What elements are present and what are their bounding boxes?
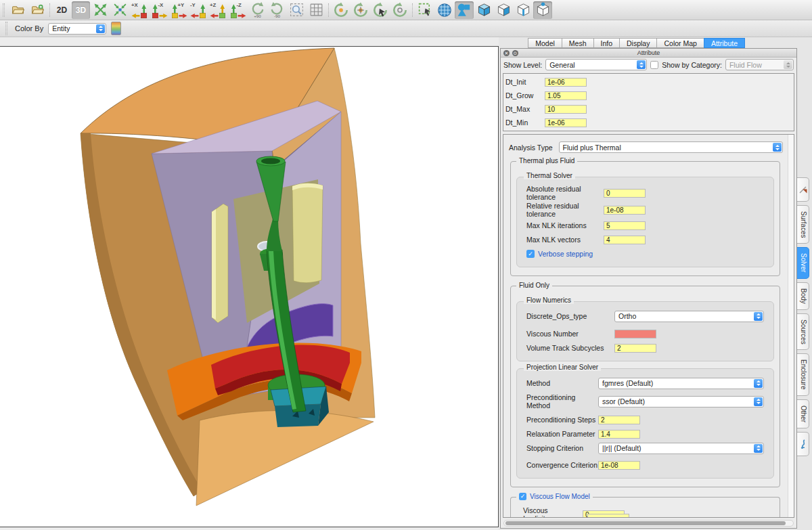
tab-color-map[interactable]: Color Map	[656, 38, 704, 48]
tab-display[interactable]: Display	[619, 38, 657, 48]
cube-face-button[interactable]	[494, 1, 513, 19]
svg-text:+Y: +Y	[177, 2, 185, 8]
colormap-swatch-button[interactable]	[111, 22, 121, 35]
show-by-category-select[interactable]: Fluid Flow	[725, 59, 794, 70]
view-minus-y-button[interactable]: -Y	[189, 1, 208, 19]
rotate-axis-button[interactable]	[390, 1, 409, 19]
verbose-stepping-checkbox[interactable]: ✓	[526, 250, 535, 258]
axis-minus-x-icon: -X	[150, 1, 168, 18]
select-region-button[interactable]	[415, 1, 434, 19]
rotate-center-button[interactable]	[351, 1, 370, 19]
show-by-category-checkbox[interactable]	[650, 61, 658, 69]
grid-button[interactable]	[307, 1, 325, 19]
float-icon[interactable]: ⊙	[512, 50, 518, 56]
import-folder-button[interactable]	[28, 1, 47, 19]
view-plus-z-button[interactable]: +Z	[208, 1, 227, 19]
axis-minus-z-icon: -Z	[229, 1, 247, 18]
precond-steps-field[interactable]: 2	[598, 416, 640, 424]
tab-info[interactable]: Info	[593, 38, 621, 48]
colorby-value: Entity	[52, 24, 70, 32]
cube-vertex-button[interactable]	[533, 1, 552, 19]
side-tab-tools[interactable]	[797, 177, 809, 202]
projection-method-select[interactable]: fgmres (Default)	[598, 378, 764, 389]
viscous-flow-legend-row: ✓ Viscous Flow Model	[516, 493, 593, 500]
colorby-select[interactable]: Entity	[48, 23, 106, 35]
horizontal-scrollbar[interactable]	[503, 520, 794, 527]
stepper-icon	[773, 143, 782, 152]
field-row: Max NLK iterations 5	[517, 219, 773, 232]
rotate-cw-90-button[interactable]: +90	[248, 1, 267, 19]
tab-attribute[interactable]: Attribute	[704, 38, 745, 48]
tab-mesh[interactable]: Mesh	[562, 38, 594, 48]
side-tab-solver[interactable]: Solver	[797, 247, 809, 278]
view-plus-y-button[interactable]: +Y	[169, 1, 188, 19]
field-row: Relaxation Parameter 1.4	[517, 427, 773, 441]
side-tab-sources[interactable]: Sources	[797, 313, 809, 351]
close-icon[interactable]: ✕	[503, 50, 510, 56]
side-tab-script[interactable]	[797, 432, 809, 456]
dt-grow-field[interactable]: 1.05	[545, 91, 587, 100]
view-3d-button[interactable]: 3D	[72, 1, 90, 19]
view-minus-x-button[interactable]: -X	[150, 1, 168, 19]
rotate-free-button[interactable]	[332, 1, 351, 19]
field-row: Dt_Max 10	[503, 102, 794, 116]
side-tab-body[interactable]: Body	[797, 282, 809, 310]
viscous-number-field[interactable]	[614, 330, 656, 338]
side-tab-other[interactable]: Other	[797, 399, 809, 428]
timestep-box: Dt_Init 1e-06 Dt_Grow 1.05 Dt_Max 10 Dt_…	[503, 73, 794, 131]
side-tab-enclosure[interactable]: Enclosure	[797, 353, 809, 395]
stepper-icon	[637, 60, 646, 69]
viewport-canvas[interactable]	[0, 46, 499, 527]
primitives-icon	[456, 2, 472, 18]
stopping-criterion-select[interactable]: ||r|| (Default)	[598, 443, 764, 454]
cube-shaded-button[interactable]	[474, 1, 493, 19]
open-folder-button[interactable]	[8, 1, 27, 19]
relaxation-field[interactable]: 1.4	[598, 430, 640, 439]
projection-precond-label: Preconditioning Method	[526, 393, 598, 410]
analysis-type-row: Analysis Type Fluid plus Thermal	[509, 141, 783, 153]
primitives-button[interactable]	[455, 1, 474, 19]
field-row: Stopping Criterion ||r|| (Default)	[517, 441, 773, 455]
view-2d-button[interactable]: 2D	[53, 1, 71, 19]
viewport-3d[interactable]	[0, 37, 499, 530]
dt-max-field[interactable]: 10	[545, 105, 587, 114]
max-nlk-vectors-label: Max NLK vectors	[526, 236, 604, 244]
rel-residual-field[interactable]: 1e-08	[604, 206, 646, 215]
attribute-scroll-area[interactable]: Analysis Type Fluid plus Thermal Thermal…	[503, 134, 794, 518]
convergence-field[interactable]: 1e-08	[598, 461, 640, 470]
view-minus-z-button[interactable]: -Z	[228, 1, 247, 19]
show-by-category-label: Show by Category:	[662, 61, 722, 69]
horizontal-scrollbar-thumb[interactable]	[505, 521, 786, 525]
panel-tabs: Model Mesh Info Display Color Map Attrib…	[499, 37, 812, 48]
mesh-sphere-button[interactable]	[435, 1, 454, 19]
tab-model[interactable]: Model	[528, 38, 562, 48]
dt-init-field[interactable]: 1e-06	[545, 78, 587, 87]
zoom-fit-button[interactable]	[110, 1, 129, 19]
rotate-axis-icon	[392, 2, 408, 18]
discrete-ops-select[interactable]: Ortho	[614, 311, 764, 322]
fluid-only-legend: Fluid Only	[516, 282, 552, 289]
zoom-extents-button[interactable]	[91, 1, 110, 19]
rotate-pick-button[interactable]	[371, 1, 390, 19]
abs-residual-field[interactable]: 0	[604, 189, 646, 198]
rotate-ccw-90-button[interactable]: -90	[267, 1, 286, 19]
show-level-select[interactable]: General	[545, 59, 647, 70]
side-tab-surfaces[interactable]: Surfaces	[797, 205, 809, 244]
cube-edge-icon	[516, 2, 531, 18]
volume-track-field[interactable]: 2	[614, 344, 656, 353]
field-row: Dt_Init 1e-06	[503, 75, 794, 89]
max-nlk-iterations-field[interactable]: 5	[604, 221, 646, 230]
viscous-flow-checkbox[interactable]: ✓	[519, 493, 526, 500]
field-row: Preconditioning Steps 2	[517, 413, 773, 426]
projection-precond-select[interactable]: ssor (Default)	[598, 396, 764, 407]
analysis-type-select[interactable]: Fluid plus Thermal	[559, 141, 783, 153]
vertical-scrollbar[interactable]	[788, 135, 794, 517]
cube-edge-button[interactable]	[514, 1, 533, 19]
dt-min-field[interactable]: 1e-06	[545, 118, 587, 127]
analysis-type-value: Fluid plus Thermal	[563, 143, 621, 152]
projection-precond-value: ssor (Default)	[602, 397, 645, 405]
zoom-region-button[interactable]	[287, 1, 306, 19]
thermal-plus-fluid-group: Thermal plus Fluid Thermal Solver Absolu…	[510, 161, 780, 276]
max-nlk-vectors-field[interactable]: 4	[604, 236, 646, 244]
view-plus-x-button[interactable]: +X	[130, 1, 149, 19]
